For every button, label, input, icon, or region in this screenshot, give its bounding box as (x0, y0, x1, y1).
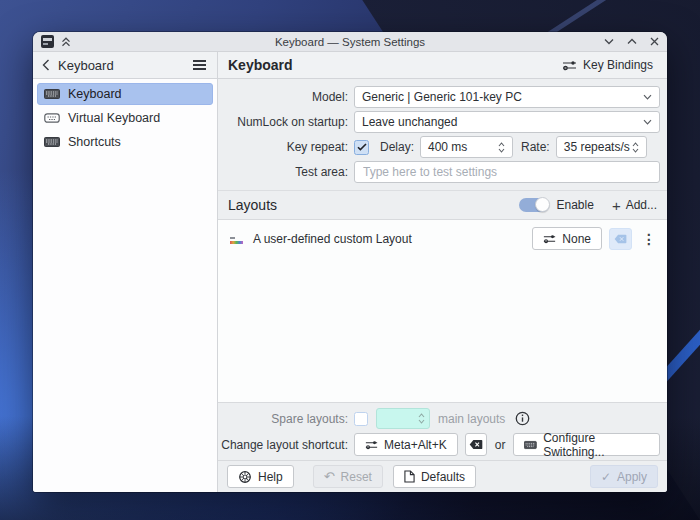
maximize-button[interactable] (627, 38, 637, 45)
chevron-down-icon (643, 94, 652, 100)
sliders-icon (365, 440, 378, 450)
enable-label: Enable (557, 198, 594, 212)
apply-button: ✓ Apply (590, 465, 658, 488)
sidebar: Keyboard Virtual Keyboard Shortcuts (33, 79, 218, 492)
close-button[interactable] (650, 37, 659, 46)
plus-icon: + (612, 198, 621, 213)
change-shortcut-label: Change layout shortcut: (218, 438, 348, 452)
test-area-label: Test area: (218, 165, 348, 179)
help-button[interactable]: Help (227, 465, 294, 488)
clear-shortcut-button[interactable] (465, 433, 487, 456)
model-combobox[interactable]: Generic | Generic 101-key PC (354, 86, 660, 108)
desktop-wallpaper: Keyboard — System Settings Keyboard (0, 0, 700, 520)
footer: Help ↶ Reset Defaults (218, 460, 667, 492)
numlock-label: NumLock on startup: (218, 115, 348, 129)
spinner-arrows-icon (418, 413, 425, 424)
add-layout-button[interactable]: + Add... (612, 198, 657, 213)
check-icon (357, 143, 367, 151)
backspace-icon (469, 439, 483, 450)
layouts-list: A user-defined custom Layout None (218, 220, 667, 402)
sidebar-item-keyboard[interactable]: Keyboard (37, 83, 213, 105)
header-row: Keyboard Keyboard Key Bindings (33, 52, 667, 79)
check-icon: ✓ (601, 470, 611, 484)
keep-above-icon[interactable] (61, 37, 71, 47)
main-layouts-label: main layouts (438, 412, 505, 426)
virtual-keyboard-icon (44, 113, 60, 123)
layouts-enable-toggle[interactable] (519, 198, 549, 212)
spare-layouts-spinbox (376, 408, 430, 429)
layout-variant-button[interactable]: None (532, 227, 602, 250)
sliders-icon (543, 234, 556, 244)
page-title: Keyboard (228, 57, 558, 73)
test-area-input[interactable] (354, 161, 660, 183)
info-icon[interactable] (515, 411, 530, 426)
spare-layouts-checkbox[interactable] (354, 412, 368, 426)
help-icon (238, 470, 252, 484)
layouts-section-header: Layouts Enable + Add... (218, 190, 667, 220)
layout-row[interactable]: A user-defined custom Layout None (227, 225, 658, 252)
spinner-arrows-icon[interactable] (632, 142, 639, 153)
custom-layout-flag-icon (230, 234, 243, 244)
configure-switching-button[interactable]: Configure Switching... (513, 433, 660, 456)
shortcut-button[interactable]: Meta+Alt+K (354, 433, 458, 456)
model-label: Model: (218, 90, 348, 104)
system-settings-window: Keyboard — System Settings Keyboard (33, 32, 667, 492)
rate-spinbox[interactable]: 35 repeats/s (556, 136, 647, 158)
keyboard-form: Model: Generic | Generic 101-key PC NumL… (218, 79, 667, 190)
defaults-button[interactable]: Defaults (393, 465, 476, 488)
chevron-down-icon (643, 119, 652, 125)
keyboard-icon (524, 440, 537, 450)
titlebar[interactable]: Keyboard — System Settings (33, 32, 667, 52)
keyboard-icon (44, 89, 60, 99)
app-icon[interactable] (41, 35, 54, 48)
spare-layouts-label: Spare layouts: (218, 412, 348, 426)
or-label: or (495, 438, 506, 452)
sidebar-title: Keyboard (58, 58, 183, 73)
key-repeat-label: Key repeat: (218, 140, 348, 154)
shortcuts-icon (44, 137, 60, 147)
backspace-icon (614, 234, 627, 244)
options-panel: Spare layouts: main layouts (218, 402, 667, 460)
key-repeat-checkbox[interactable] (354, 140, 369, 155)
sliders-icon (562, 60, 577, 71)
reset-button: ↶ Reset (313, 465, 383, 488)
undo-icon: ↶ (324, 470, 335, 483)
layout-name: A user-defined custom Layout (253, 232, 532, 246)
key-bindings-button[interactable]: Key Bindings (558, 56, 657, 74)
page-header: Keyboard Key Bindings (218, 52, 667, 78)
delay-label: Delay: (380, 140, 414, 154)
rate-label: Rate: (521, 140, 550, 154)
delay-spinbox[interactable]: 400 ms (420, 136, 513, 158)
numlock-combobox[interactable]: Leave unchanged (354, 111, 660, 133)
sidebar-item-shortcuts[interactable]: Shortcuts (37, 131, 213, 153)
layouts-title: Layouts (228, 197, 511, 213)
menu-icon[interactable] (191, 58, 208, 72)
remove-layout-button (609, 228, 632, 250)
minimize-button[interactable] (604, 38, 614, 45)
document-icon (404, 470, 415, 483)
sidebar-header: Keyboard (33, 52, 218, 78)
window-title: Keyboard — System Settings (131, 36, 569, 48)
main-content: Model: Generic | Generic 101-key PC NumL… (218, 79, 667, 492)
spinner-arrows-icon[interactable] (498, 142, 505, 153)
back-icon[interactable] (42, 59, 50, 71)
row-menu-icon[interactable]: ⋮ (642, 231, 656, 247)
sidebar-item-virtual-keyboard[interactable]: Virtual Keyboard (37, 107, 213, 129)
